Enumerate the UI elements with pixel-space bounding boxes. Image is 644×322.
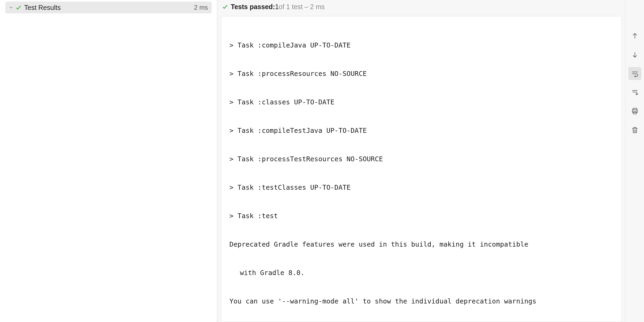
soft-wrap-icon[interactable] [628,67,641,80]
test-tree: Test Results 2 ms [0,0,217,322]
console-line: > Task :classes UP-TO-DATE [229,95,613,109]
scroll-to-end-icon[interactable] [628,86,641,99]
console-output: > Task :compileJava UP-TO-DATE > Task :p… [221,16,621,322]
check-icon [221,3,229,10]
svg-rect-8 [633,112,636,114]
test-root-duration: 2 ms [194,4,208,11]
console-line: with Gradle 8.0. [229,266,613,280]
console-line: > Task :processTestResources NO-SOURCE [229,152,613,166]
tests-passed-count: 1 [275,3,279,11]
test-results-root-row[interactable]: Test Results 2 ms [5,2,212,13]
console-line: > Task :compileJava UP-TO-DATE [229,38,613,52]
test-runner-panel: Test Results 2 ms Tests passed: 1 of 1 t… [0,0,644,322]
arrow-up-icon[interactable] [628,30,641,42]
test-root-label: Test Results [24,4,194,12]
console-line: > Task :test [229,209,613,223]
trash-icon[interactable] [628,123,641,136]
console-line: > Task :testClasses UP-TO-DATE [229,180,613,195]
chevron-down-icon[interactable] [8,5,14,10]
console-panel: Tests passed: 1 of 1 test – 2 ms > Task … [217,0,625,322]
console-toolbar [625,0,644,322]
tests-passed-label: Tests passed: [231,3,275,11]
tests-passed-tail: of 1 test – 2 ms [279,3,325,11]
arrow-down-icon[interactable] [628,48,641,61]
console-line: > Task :processResources NO-SOURCE [229,67,613,81]
console-line: You can use '--warning-mode all' to show… [229,294,613,308]
console-line: Deprecated Gradle features were used in … [229,237,613,251]
console-line: > Task :compileTestJava UP-TO-DATE [229,123,613,138]
test-status-bar: Tests passed: 1 of 1 test – 2 ms [217,0,625,13]
print-icon[interactable] [628,105,641,118]
console-output-wrap[interactable]: > Task :compileJava UP-TO-DATE > Task :p… [221,16,621,322]
check-icon [14,4,23,11]
